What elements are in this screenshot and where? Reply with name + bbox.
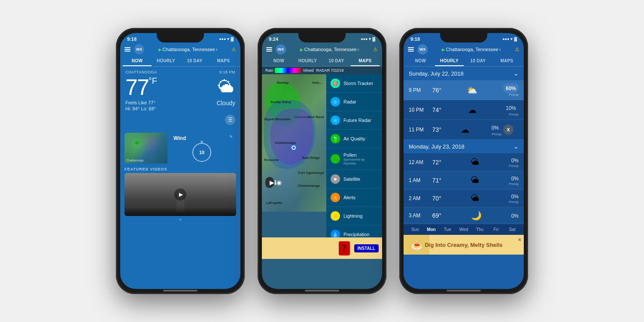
home-indicator-2	[305, 290, 339, 292]
sidebar-item-lightning[interactable]: ⚡ Lightning	[326, 207, 382, 225]
day-header-sunday[interactable]: Sunday, July 22, 2018 ⌄	[404, 67, 524, 80]
time-3am: 3 AM	[409, 213, 426, 219]
tab-10day-3[interactable]: 10 DAY	[464, 56, 492, 66]
video-thumbnail-1[interactable]: ▶	[125, 173, 236, 216]
signal-icon-1: ●●●	[219, 37, 226, 41]
location-text-3: Chattanooga, Tennessee	[446, 47, 498, 52]
sidebar-item-air-quality[interactable]: 🍃 Air Quality	[326, 130, 382, 148]
day-sel-wed[interactable]: Wed	[456, 226, 472, 233]
map-label-signal: Signal Mountain	[264, 117, 291, 121]
wifi-icon-1: ▾	[227, 37, 229, 41]
hour-row-10pm: 10 PM 74° ☁ 10% Precip	[404, 100, 524, 120]
nav-location-1[interactable]: ▶ Chattanooga, Tennessee ›	[158, 47, 218, 52]
sunday-label: Sunday, July 22, 2018	[409, 70, 464, 77]
storm-tracker-icon: 🎯	[331, 79, 340, 88]
hi-lo-1: Hi: 84° Lo: 68°	[125, 106, 157, 111]
alert-icon-3[interactable]: ⚠	[515, 46, 519, 52]
video-gradient-1	[125, 207, 236, 216]
layers-icon-2[interactable]: ◉	[276, 179, 282, 186]
hamburger-icon-3[interactable]	[408, 47, 414, 52]
tab-hourly-3[interactable]: HOURLY	[435, 56, 464, 66]
pollen-sponsor: Sponsored by Dymista	[343, 158, 378, 165]
ad-banner-3[interactable]: 🍝 Dig Into Creamy, Melty Shells ✕	[404, 235, 524, 255]
sidebar-item-alerts[interactable]: ⚠ Alerts	[326, 188, 382, 207]
tab-maps-3[interactable]: MAPS	[492, 56, 521, 66]
tab-now-3[interactable]: NOW	[406, 56, 435, 66]
alert-icon-1[interactable]: ⚠	[231, 46, 236, 52]
sidebar-item-precipitation[interactable]: 💧 Precipitation	[326, 225, 382, 237]
ad-close-icon[interactable]: ✕	[518, 237, 521, 242]
nav-location-2[interactable]: ▶ Chattanooga, Tennessee ›	[300, 47, 359, 52]
alert-icon-2[interactable]: ⚠	[373, 46, 378, 52]
satellite-label: Satellite	[343, 176, 360, 182]
map-area-2[interactable]: Dunlap Sale... Soddy Daisy Signal Mounta…	[262, 74, 326, 212]
battery-icon-2: ▓	[372, 37, 375, 41]
icon-1am: 🌥	[443, 175, 507, 185]
tab-now-2[interactable]: NOW	[264, 56, 293, 66]
temp-display-1: 77 °F Feels Like 77° Hi: 84° Lo: 68°	[125, 76, 157, 111]
day-sel-mon[interactable]: Mon	[423, 226, 440, 233]
icon-9pm: ⛅	[443, 85, 501, 95]
tab-10day-2[interactable]: 10 DAY	[322, 56, 351, 66]
sidebar-item-satellite[interactable]: ◉ Satellite	[326, 170, 382, 188]
tab-now-1[interactable]: NOW	[123, 56, 152, 66]
map-thumbnail-1[interactable]: Chattanooga	[125, 133, 167, 164]
day-sel-tue[interactable]: Tue	[439, 226, 456, 233]
collapse-badge[interactable]: X	[503, 125, 513, 135]
day-sel-sat[interactable]: Sat	[504, 226, 520, 233]
map-label-soddy: Soddy Daisy	[270, 100, 291, 104]
tab-maps-2[interactable]: MAPS	[351, 56, 380, 66]
sidebar-item-pollen[interactable]: 🌿 Pollen Sponsored by Dymista	[326, 148, 382, 170]
map-bottom-controls-2: ▶ ℹ ◉	[265, 177, 274, 188]
day-sel-fri[interactable]: Fri	[488, 226, 504, 233]
precip-label-2am: Precip	[509, 200, 519, 204]
hour-row-9pm: 9 PM 76° ⛅ 60% Precip	[404, 80, 524, 100]
day-sel-thu[interactable]: Thu	[472, 226, 488, 233]
map-label-sale: Sale...	[312, 81, 322, 85]
time-9pm: 9 PM	[409, 87, 426, 93]
satellite-icon: ◉	[331, 174, 340, 184]
wind-edit-icon-1[interactable]: ✎	[229, 134, 233, 139]
tab-maps-1[interactable]: MAPS	[209, 56, 238, 66]
featured-videos-section-1: FEATURED VIDEOS ▶	[125, 167, 236, 216]
day-header-monday[interactable]: Monday, July 23, 2018 ⌄	[404, 140, 524, 153]
hamburger-icon-1[interactable]	[125, 47, 131, 52]
phone-1-screen: 9:18 ●●● ▾ ▓ WX ▶ Chattanooga, Tennessee…	[120, 33, 240, 289]
nav-bar-3: WX ▶ Chattanooga, Tennessee › ⚠	[404, 43, 524, 56]
day-section-sunday: Sunday, July 22, 2018 ⌄ 9 PM 76° ⛅ 60% P…	[404, 67, 524, 140]
location-arrow-icon-3: ▶	[442, 47, 445, 52]
sidebar-item-future-radar[interactable]: ◎ Future Radar	[326, 111, 382, 130]
tab-bar-3: NOW HOURLY 10 DAY MAPS	[404, 56, 524, 67]
map-label-eastridge: East Ridge	[302, 156, 320, 160]
ad-area-2: 7 INSTALL	[262, 237, 382, 259]
tab-10day-1[interactable]: 10 DAY	[180, 56, 209, 66]
install-button-2[interactable]: INSTALL	[354, 244, 379, 252]
nav-location-3[interactable]: ▶ Chattanooga, Tennessee ›	[442, 47, 501, 52]
radar-gradient-2	[275, 68, 301, 73]
tab-hourly-1[interactable]: HOURLY	[152, 56, 180, 66]
overflow-menu-btn-1[interactable]: ☰	[225, 115, 235, 125]
map-wind-widget-1[interactable]: Chattanooga Wind 10 ✎	[125, 133, 236, 164]
hour-row-12am: 12 AM 72° 🌥 0% Precip	[404, 153, 524, 171]
ad-seven-icon: 7	[342, 244, 346, 253]
day-sel-sun[interactable]: Sun	[407, 226, 423, 233]
video-play-btn-1[interactable]: ▶	[174, 188, 186, 200]
precip-label-1am: Precip	[509, 182, 519, 186]
signal-icon-3: ●●●	[502, 37, 509, 41]
play-icon-2[interactable]: ▶	[270, 179, 274, 186]
ad-pasta-icon: 🍝	[411, 239, 422, 250]
time-2am: 2 AM	[409, 195, 426, 201]
tab-hourly-2[interactable]: HOURLY	[293, 56, 322, 66]
sidebar-item-storm-tracker[interactable]: 🎯 Storm Tracker	[326, 74, 382, 93]
overflow-icon-1: ☰	[228, 117, 233, 123]
day-selector-3: Sun Mon Tue Wed Thu Fri Sat	[404, 224, 524, 235]
map-label-dunlap: Dunlap	[277, 81, 289, 85]
sidebar-item-radar[interactable]: ◎ Radar	[326, 93, 382, 111]
bottom-chevron-1[interactable]: ⌃	[120, 216, 240, 226]
temp-3am: 69°	[428, 212, 441, 219]
featured-label-1: FEATURED VIDEOS	[125, 167, 236, 171]
storm-tracker-label: Storm Tracker	[343, 81, 373, 86]
map-label-chickamauga: Chickamauga	[298, 184, 320, 188]
hamburger-icon-2[interactable]	[266, 47, 272, 52]
status-time-2: 9:24	[269, 36, 278, 42]
